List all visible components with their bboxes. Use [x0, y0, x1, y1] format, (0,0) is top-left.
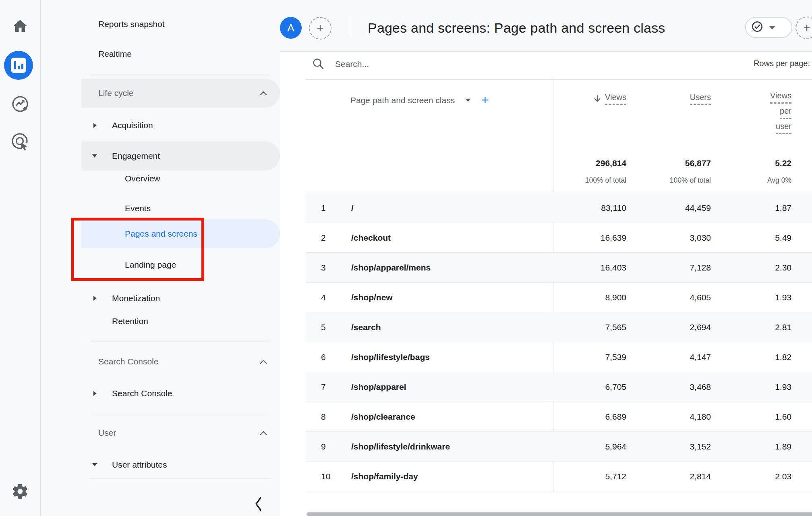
views-per-user-cell: 1.82 [775, 352, 791, 362]
table-row: 4 /shop/new 8,900 4,605 1.93 [306, 283, 812, 312]
ga4-pages-and-screens-report: Reports snapshot Realtime Life cycle Acq… [0, 0, 812, 516]
bar-chart-icon [11, 58, 26, 73]
column-header-users[interactable]: Users [690, 93, 711, 105]
page-path-cell: /search [351, 322, 381, 332]
row-number: 2 [321, 233, 326, 243]
horizontal-scrollbar[interactable] [307, 512, 812, 516]
sidebar-section-user[interactable]: User [98, 428, 116, 438]
chevron-up-icon[interactable] [260, 91, 267, 95]
avatar-letter: A [287, 22, 294, 34]
sidebar-item-realtime[interactable]: Realtime [98, 49, 132, 59]
sidebar-item-landing-page[interactable]: Landing page [125, 260, 176, 270]
chevron-left-icon [254, 497, 262, 511]
table-row: 1 / 83,110 44,459 1.87 [306, 193, 812, 223]
sidebar-divider [90, 479, 270, 479]
sidebar-item-reports-snapshot[interactable]: Reports snapshot [98, 19, 165, 29]
page-path-cell: /shop/family-day [351, 472, 418, 481]
column-header-label: Views [605, 93, 626, 105]
views-per-user-cell: 1.60 [775, 412, 791, 422]
column-header-views-per-user[interactable]: Views per user [770, 91, 791, 137]
report-customization-button[interactable] [745, 17, 792, 38]
views-cell: 8,900 [605, 293, 626, 302]
row-number: 5 [321, 322, 326, 332]
views-per-user-cell: 2.30 [775, 263, 791, 273]
users-cell: 44,459 [685, 203, 711, 213]
sort-down-arrow-icon [594, 95, 601, 103]
row-number: 4 [321, 293, 326, 302]
add-comparison-button[interactable]: + [309, 17, 331, 40]
table-row: 5 /search 7,565 2,694 2.81 [306, 312, 812, 342]
views-cell: 83,110 [601, 203, 626, 213]
table-row: 7 /shop/apparel 6,705 3,468 1.93 [306, 372, 812, 402]
total-views: 296,814 [596, 158, 626, 168]
page-path-cell: /shop/apparel/mens [351, 263, 431, 273]
views-cell: 6,689 [605, 412, 626, 422]
views-cell: 7,539 [605, 352, 626, 362]
users-cell: 2,694 [690, 322, 711, 332]
home-nav-button[interactable] [0, 18, 40, 35]
views-cell: 5,712 [605, 472, 626, 481]
sidebar-divider [90, 341, 270, 341]
dimension-header-label[interactable]: Page path and screen class [350, 95, 455, 105]
row-number: 6 [321, 352, 326, 362]
search-input[interactable] [334, 56, 509, 72]
add-secondary-dimension-button[interactable]: + [481, 94, 489, 106]
total-views-subtitle: 100% of total [585, 176, 626, 185]
sidebar-item-engagement[interactable]: Engagement [112, 151, 160, 161]
triangle-down-icon[interactable] [92, 154, 97, 158]
dimension-header: Page path and screen class + [350, 94, 489, 106]
views-per-user-cell: 1.87 [775, 203, 791, 213]
sidebar-item-acquisition[interactable]: Acquisition [112, 120, 153, 131]
sidebar-item-search-console[interactable]: Search Console [112, 388, 172, 399]
explore-nav-button[interactable] [0, 95, 40, 114]
row-number: 7 [321, 382, 326, 392]
table-row: 6 /shop/lifestyle/bags 7,539 4,147 1.82 [306, 342, 812, 372]
sidebar-item-monetization[interactable]: Monetization [112, 293, 160, 304]
users-cell: 4,147 [690, 352, 711, 362]
sidebar-section-search-console[interactable]: Search Console [98, 356, 158, 367]
table-row: 2 /checkout 16,639 3,030 5.49 [306, 223, 812, 253]
triangle-right-icon[interactable] [93, 391, 97, 396]
sidebar-section-life-cycle[interactable]: Life cycle [98, 88, 134, 98]
page-title: Pages and screens: Page path and screen … [368, 20, 665, 36]
collapse-sidebar-button[interactable] [254, 497, 262, 511]
caret-down-icon[interactable] [465, 98, 471, 102]
reports-nav-button[interactable] [4, 51, 33, 80]
total-users: 56,877 [685, 158, 711, 168]
users-cell: 4,180 [690, 412, 711, 422]
home-icon [12, 18, 29, 36]
advertising-nav-button[interactable] [0, 132, 40, 152]
row-number: 1 [321, 203, 326, 213]
rows-per-page-label: Rows per page: [754, 59, 810, 68]
sidebar-item-retention[interactable]: Retention [112, 316, 148, 327]
triangle-right-icon[interactable] [93, 295, 97, 301]
sidebar-item-events[interactable]: Events [125, 203, 151, 214]
page-path-cell: / [351, 203, 354, 213]
triangle-down-icon[interactable] [92, 463, 97, 467]
sidebar-item-user-attributes[interactable]: User attributes [112, 460, 167, 470]
column-header-views[interactable]: Views [594, 93, 626, 105]
page-path-cell: /shop/apparel [351, 382, 406, 392]
section-highlight-engagement [81, 141, 280, 171]
views-per-user-cell: 5.49 [775, 233, 791, 243]
avatar[interactable]: A [280, 17, 302, 39]
page-path-cell: /shop/clearance [351, 412, 415, 422]
gear-icon [11, 483, 29, 501]
chevron-up-icon[interactable] [260, 360, 267, 364]
views-per-user-cell: 1.93 [775, 293, 791, 302]
settings-button[interactable] [0, 482, 40, 501]
sidebar-item-pages-and-screens[interactable]: Pages and screens [125, 229, 197, 239]
chevron-up-icon[interactable] [260, 431, 267, 435]
triangle-right-icon[interactable] [93, 123, 97, 128]
views-per-user-cell: 2.03 [775, 472, 791, 481]
views-cell: 6,705 [605, 382, 626, 392]
column-header-label: user [776, 122, 791, 134]
column-header-label: Users [690, 93, 711, 105]
views-per-user-cell: 1.93 [775, 382, 791, 392]
users-cell: 2,814 [690, 472, 711, 481]
row-number: 8 [321, 412, 326, 422]
sidebar-divider [90, 414, 270, 414]
views-per-user-cell: 2.81 [775, 322, 791, 332]
sidebar-item-overview[interactable]: Overview [125, 173, 160, 184]
plus-icon: + [803, 22, 810, 34]
